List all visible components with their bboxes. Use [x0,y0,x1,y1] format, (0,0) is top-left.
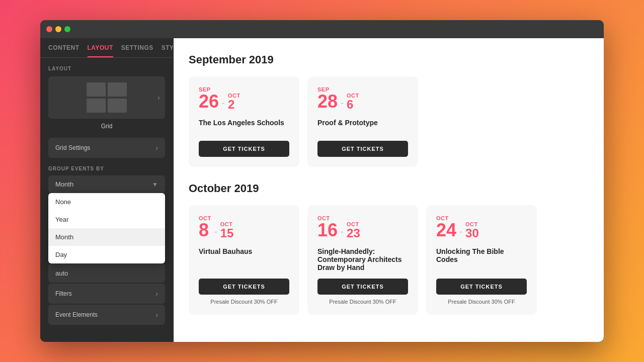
minimize-button[interactable] [55,26,61,32]
layout-section-label: LAYOUT [48,66,165,71]
start-day: 28 [317,93,338,111]
group-by-menu: None Year Month Day [48,193,165,263]
event-date-range: OCT 24 - OCT 30 [436,215,527,239]
app-window: CONTENT LAYOUT SETTINGS STYLE LAYOUT › G… [40,20,604,342]
group-events-label: GROUP EVENTS BY [48,166,165,171]
end-day: 15 [220,227,234,239]
event-name: Proof & Prototype [317,119,408,134]
date-separator-icon: - [341,98,344,111]
date-separator-icon: - [222,98,225,111]
event-card-event-3: OCT 8 - OCT 15 Virtual Bauhaus GET TICKE… [189,205,299,315]
event-elements-row[interactable]: Event Elements › [48,305,165,325]
main-panel: September 2019 SEP 26 - OCT 2 The Los An… [174,38,604,342]
date-separator-icon: - [341,227,344,239]
maximize-button[interactable] [64,26,70,32]
tab-layout[interactable]: LAYOUT [88,44,113,57]
end-date-block: OCT 6 [347,93,359,111]
start-date-block: OCT 16 [317,215,338,239]
tab-style[interactable]: STYLE [162,44,174,57]
dropdown-item-month[interactable]: Month [48,228,165,246]
month-title-september-2019: September 2019 [189,53,589,66]
layout-arrow-icon: › [157,94,160,102]
titlebar [40,20,604,38]
month-section-october-2019: October 2019 OCT 8 - OCT 15 Virtual Bauh… [189,182,589,315]
grid-cell-2 [108,82,127,97]
end-date-block: OCT 2 [228,93,240,111]
date-separator-icon: - [459,227,462,239]
group-by-selected-text: Month [55,180,73,188]
end-date-block: OCT 15 [220,221,234,239]
end-day: 6 [347,99,353,111]
date-separator-icon: - [214,227,217,239]
start-day: 16 [317,221,338,239]
event-name: Unlocking The Bible Codes [436,247,527,272]
event-card-event-5: OCT 24 - OCT 30 Unlocking The Bible Code… [426,205,537,315]
get-tickets-button[interactable]: GET TICKETS [317,141,408,157]
get-tickets-button[interactable]: GET TICKETS [199,279,289,295]
event-name: The Los Angeles Schools [199,119,289,134]
end-date-block: OCT 23 [347,221,360,239]
tab-content[interactable]: CONTENT [48,44,79,57]
group-events-section: GROUP EVENTS BY Month ▼ None Year Month … [48,166,165,193]
grid-settings-arrow-icon: › [155,144,158,152]
end-day: 30 [465,227,479,239]
get-tickets-button[interactable]: GET TICKETS [436,279,527,295]
start-date-block: SEP 28 [317,86,338,111]
end-date-block: OCT 30 [465,221,479,239]
events-grid-september-2019: SEP 26 - OCT 2 The Los Angeles Schools G… [189,76,589,167]
start-day: 26 [199,93,219,111]
start-day: 24 [436,221,456,239]
sidebar: CONTENT LAYOUT SETTINGS STYLE LAYOUT › G… [40,38,174,342]
event-date-range: OCT 16 - OCT 23 [317,215,408,239]
dropdown-item-year[interactable]: Year [48,211,165,228]
dropdown-item-none[interactable]: None [48,193,165,211]
event-name: Virtual Bauhaus [199,247,289,272]
end-day: 2 [228,99,234,111]
event-card-event-4: OCT 16 - OCT 23 Single-Handedly: Contemp… [307,205,418,315]
grid-cell-3 [87,99,106,113]
start-date-block: OCT 24 [436,215,456,239]
event-date-range: SEP 26 - OCT 2 [199,86,289,111]
event-card-event-2: SEP 28 - OCT 6 Proof & Prototype GET TIC… [307,76,418,167]
filters-label: Filters [55,290,72,297]
group-by-dropdown: Month ▼ None Year Month Day [48,175,165,193]
month-title-october-2019: October 2019 [189,182,589,195]
event-date-range: OCT 8 - OCT 15 [199,215,289,239]
event-date-range: SEP 28 - OCT 6 [317,86,408,111]
grid-preview [87,82,127,113]
dropdown-item-day[interactable]: Day [48,246,165,263]
layout-preview[interactable]: › [48,76,165,119]
presale-text: Presale Discount 30% OFF [317,299,408,305]
get-tickets-button[interactable]: GET TICKETS [317,279,408,295]
start-date-block: OCT 8 [199,215,211,239]
presale-text: Presale Discount 30% OFF [199,299,289,305]
sidebar-tabs: CONTENT LAYOUT SETTINGS STYLE [40,38,173,58]
grid-settings-row[interactable]: Grid Settings › [48,138,165,158]
layout-name-label: Grid [48,123,165,130]
traffic-lights [46,26,70,32]
grid-cell-4 [108,99,127,113]
end-day: 23 [347,227,360,239]
event-elements-label: Event Elements [55,311,98,318]
filters-row[interactable]: Filters › [48,284,165,304]
group-by-dropdown-trigger[interactable]: Month ▼ [48,175,165,193]
event-name: Single-Handedly: Contemporary Architects… [317,247,408,272]
tab-settings[interactable]: SETTINGS [121,44,153,57]
event-elements-arrow-icon: › [155,311,158,319]
get-tickets-button[interactable]: GET TICKETS [199,141,289,157]
grid-cell-1 [87,82,106,97]
start-day: 8 [199,221,209,239]
filters-arrow-icon: › [155,290,158,298]
number-of-items-row: auto [48,263,165,283]
dropdown-arrow-icon: ▼ [152,181,158,188]
presale-text: Presale Discount 30% OFF [436,299,527,305]
events-grid-october-2019: OCT 8 - OCT 15 Virtual Bauhaus GET TICKE… [189,205,589,315]
close-button[interactable] [46,26,52,32]
sidebar-body: LAYOUT › Grid Grid Settings › [40,58,173,342]
main-content: CONTENT LAYOUT SETTINGS STYLE LAYOUT › G… [40,38,604,342]
start-date-block: SEP 26 [199,86,219,111]
month-section-september-2019: September 2019 SEP 26 - OCT 2 The Los An… [189,53,589,167]
grid-settings-label: Grid Settings [55,144,90,151]
event-card-event-1: SEP 26 - OCT 2 The Los Angeles Schools G… [189,76,299,167]
number-of-items-value: auto [55,269,68,277]
